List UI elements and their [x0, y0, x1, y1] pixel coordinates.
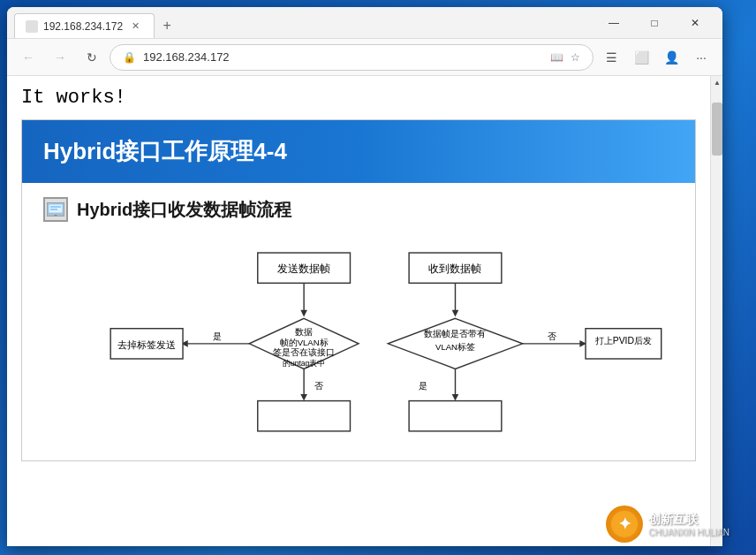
nav-right-buttons: ☰ ⬜ 👤 ···	[597, 43, 715, 72]
company-name: 创新互联	[648, 512, 730, 528]
svg-text:VLAN标签: VLAN标签	[435, 342, 475, 352]
it-works-text: It works!	[7, 83, 710, 119]
back-button[interactable]: ←	[14, 43, 42, 72]
scrollbar[interactable]: ▲	[710, 76, 722, 546]
slide-body: Hybrid接口收发数据帧流程 发送数据帧 收到数据帧	[22, 183, 695, 460]
svg-text:的untag表中: 的untag表中	[283, 359, 325, 368]
page-content: It works! Hybrid接口工作原理4-4	[7, 76, 722, 546]
svg-marker-10	[300, 310, 307, 317]
tab-close-button[interactable]: ✕	[128, 19, 143, 34]
minimize-button[interactable]: —	[593, 9, 634, 37]
forward-button[interactable]: →	[46, 43, 74, 72]
slide-subtitle-row: Hybrid接口收发数据帧流程	[43, 197, 674, 222]
svg-marker-32	[300, 394, 307, 401]
scroll-thumb[interactable]	[712, 103, 722, 156]
close-button[interactable]: ✕	[675, 9, 715, 37]
tab-area: 192.168.234.172 ✕ +	[14, 7, 586, 38]
navigation-bar: ← → ↻ 🔒 192.168.234.172 📖 ☆ ☰ ⬜ 👤 ···	[7, 39, 722, 76]
slide-title: Hybrid接口工作原理4-4	[43, 136, 674, 167]
svg-text:是: 是	[213, 331, 222, 341]
tab-favicon-icon	[26, 20, 38, 33]
slide-header: Hybrid接口工作原理4-4	[22, 120, 695, 183]
window-controls: — □ ✕	[593, 9, 715, 37]
scroll-up-arrow[interactable]: ▲	[711, 76, 722, 88]
svg-text:数据: 数据	[295, 327, 313, 337]
svg-text:去掉标签发送: 去掉标签发送	[117, 339, 176, 350]
svg-rect-1	[49, 204, 63, 213]
svg-rect-38	[409, 401, 502, 431]
slide-container: Hybrid接口工作原理4-4	[21, 119, 696, 461]
maximize-button[interactable]: □	[634, 9, 675, 37]
flowchart: 发送数据帧 收到数据帧 数据	[43, 239, 674, 443]
svg-text:否: 否	[548, 331, 556, 341]
lock-icon: 🔒	[123, 51, 136, 64]
svg-text:签是否在该接口: 签是否在该接口	[273, 347, 335, 357]
svg-text:收到数据帧: 收到数据帧	[428, 262, 481, 275]
browser-tab[interactable]: 192.168.234.172 ✕	[14, 13, 155, 38]
watermark: ✦ 创新互联 CHUANXIN HULIAN	[606, 506, 730, 543]
desktop: 192.168.234.172 ✕ + — □ ✕ ← → ↻ 🔒 192.16…	[0, 0, 756, 555]
more-button[interactable]: ···	[687, 43, 715, 72]
profile-button[interactable]: 👤	[657, 43, 685, 72]
watermark-text: 创新互联 CHUANXIN HULIAN	[648, 512, 730, 537]
page-main: It works! Hybrid接口工作原理4-4	[7, 76, 710, 546]
hub-button[interactable]: ☰	[597, 43, 625, 72]
svg-marker-12	[452, 310, 459, 317]
svg-text:数据帧是否带有: 数据帧是否带有	[424, 329, 486, 338]
company-tagline: CHUANXIN HULIAN	[648, 528, 730, 537]
svg-text:打上PVID后发: 打上PVID后发	[594, 336, 652, 346]
svg-text:发送数据帧: 发送数据帧	[277, 262, 330, 275]
watermark-logo-icon: ✦	[606, 506, 643, 543]
svg-rect-37	[258, 401, 351, 431]
share-button[interactable]: ⬜	[627, 43, 655, 72]
url-text: 192.168.234.172	[143, 50, 543, 64]
browser-window: 192.168.234.172 ✕ + — □ ✕ ← → ↻ 🔒 192.16…	[7, 7, 722, 546]
svg-marker-35	[452, 394, 459, 401]
address-bar[interactable]: 🔒 192.168.234.172 📖 ☆	[110, 44, 593, 71]
subtitle-icon	[43, 197, 68, 222]
tab-title: 192.168.234.172	[43, 20, 123, 33]
svg-text:帧的VLAN标: 帧的VLAN标	[280, 338, 329, 347]
title-bar: 192.168.234.172 ✕ + — □ ✕	[7, 7, 722, 39]
book-icon: 📖	[550, 51, 563, 64]
svg-text:✦: ✦	[618, 515, 631, 533]
new-tab-button[interactable]: +	[155, 13, 179, 38]
svg-text:是: 是	[419, 381, 427, 391]
refresh-button[interactable]: ↻	[78, 43, 106, 72]
svg-text:否: 否	[314, 381, 323, 391]
star-icon: ☆	[571, 51, 580, 64]
slide-subtitle-text: Hybrid接口收发数据帧流程	[77, 198, 291, 222]
